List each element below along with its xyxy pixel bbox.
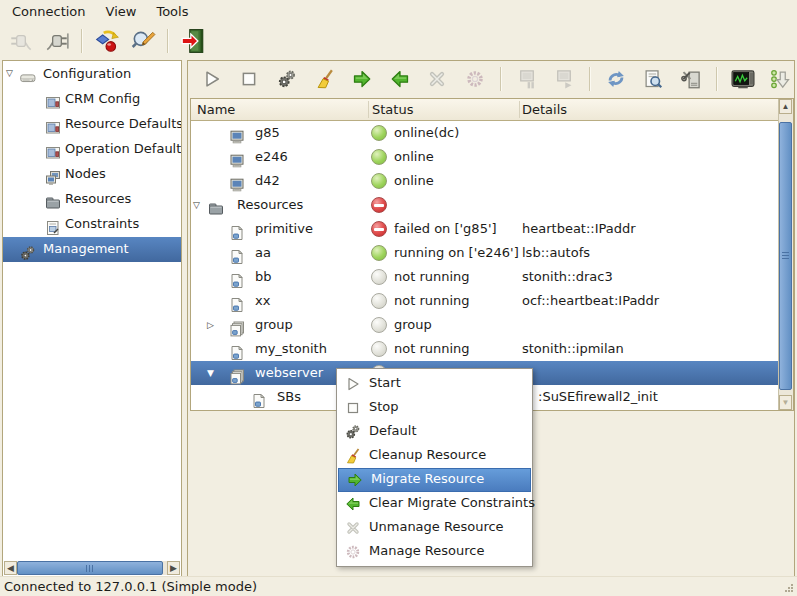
stop-button[interactable] [235,64,265,94]
mgmt-gears-icon [20,245,36,261]
default-button[interactable] [272,64,302,94]
row-name: Resources [237,197,303,212]
play-icon [345,376,361,392]
ring-icon [345,544,361,560]
column-header-details[interactable]: Details [522,102,567,117]
sidebar-item-label: Operation Defaults [65,141,181,156]
menu-item-migrate-resource[interactable]: Migrate Resource [338,468,531,492]
sidebar-hscrollbar[interactable]: ◀ ▶ [4,561,180,575]
status-red-icon [371,221,387,237]
resize-grip-icon[interactable] [783,582,795,594]
menubar-item-view[interactable]: View [96,2,147,21]
table-vscrollbar[interactable]: ▲ ▼ [778,99,793,410]
doc-icon [229,273,245,289]
doc-icon [251,393,267,409]
table-row-d42[interactable]: d42online [191,169,779,193]
column-header-name[interactable]: Name [197,102,235,117]
menu-item-label: Stop [369,399,399,414]
row-details: stonith::ipmilan [522,341,624,356]
app-toolbar [0,22,797,59]
preview-button[interactable] [639,64,669,94]
status-gray-icon [371,269,387,285]
table-row-g85[interactable]: g85online(dc) [191,121,779,145]
stop-icon [345,400,361,416]
manage-resource-button[interactable] [460,64,490,94]
table-row-aa[interactable]: aarunning on ['e246']lsb::autofs [191,241,779,265]
plug-icon [44,28,70,54]
scroll-follow-button[interactable] [765,64,795,94]
view-edit-button[interactable] [127,25,159,57]
refresh-button[interactable] [601,64,631,94]
refresh-icon [606,69,626,89]
sidebar-item-resource-defaults[interactable]: Resource Defaults [3,112,181,137]
disconnect-button[interactable] [5,25,37,57]
window-icon [45,120,61,136]
menu-item-unmanage-resource[interactable]: Unmanage Resource [337,516,532,540]
menu-item-clear-migrate-constraints[interactable]: Clear Migrate Constraints [337,492,532,516]
sidebar-item-management[interactable]: Management [3,237,181,262]
vscroll-down-button[interactable]: ▼ [779,395,792,410]
table-row-my-stonith[interactable]: my_stonithnot runningstonith::ipmilan [191,337,779,361]
hscroll-thumb[interactable] [17,561,163,575]
row-details: ocf::heartbeat:IPaddr [522,293,659,308]
table-header: NameStatusDetails [191,99,779,121]
vscroll-up-button[interactable]: ▲ [779,99,792,114]
start-button[interactable] [197,64,227,94]
toolbar-separator [81,29,83,53]
row-name: e246 [255,149,288,164]
clear-migrate-constraints-button[interactable] [385,64,415,94]
menu-item-label: Clear Migrate Constraints [369,495,535,510]
hscroll-left-button[interactable]: ◀ [4,561,17,575]
tree-expander-icon[interactable]: ▽ [6,68,13,78]
row-name: d42 [255,173,280,188]
table-row-bb[interactable]: bbnot runningstonith::drac3 [191,265,779,289]
tree-expander-icon[interactable]: ▷ [207,320,214,330]
resource-table: NameStatusDetails g85online(dc)e246onlin… [190,98,794,411]
menubar-item-tools[interactable]: Tools [146,2,198,21]
tree-expander-icon[interactable]: ▼ [207,368,214,378]
sidebar-item-nodes[interactable]: Nodes [3,162,181,187]
login-button[interactable] [91,25,123,57]
vscroll-thumb[interactable] [779,122,792,390]
active-node-button[interactable] [549,64,579,94]
sidebar-item-constraints[interactable]: Constraints [3,212,181,237]
row-status: online [394,149,434,164]
menu-item-cleanup-resource[interactable]: Cleanup Resource [337,444,532,468]
hscroll-right-button[interactable]: ▶ [167,561,180,575]
table-row-resources[interactable]: ▽Resources [191,193,779,217]
menu-item-stop[interactable]: Stop [337,396,532,420]
table-row-xx[interactable]: xxnot runningocf::heartbeat:IPaddr [191,289,779,313]
menubar-item-connection[interactable]: Connection [2,2,96,21]
row-status: failed on ['g85'] [394,221,497,236]
menubar: ConnectionViewTools [0,0,797,22]
row-details: stonith::drac3 [522,269,613,284]
computer-icon [229,129,245,145]
monitor-button[interactable] [728,64,758,94]
sidebar-item-resources[interactable]: Resources [3,187,181,212]
host-tools-button[interactable] [676,64,706,94]
menu-item-label: Migrate Resource [371,471,484,486]
tree-expander-icon[interactable]: ▽ [193,200,200,210]
column-separator [519,101,520,118]
table-row-group[interactable]: ▷groupgroup [191,313,779,337]
sidebar-item-operation-defaults[interactable]: Operation Defaults [3,137,181,162]
menu-item-start[interactable]: Start [337,372,532,396]
context-menu: StartStopDefaultCleanup ResourceMigrate … [336,368,533,567]
row-status: not running [394,341,470,356]
status-gray-icon [371,293,387,309]
sidebar-item-label: Configuration [43,66,131,81]
unmanage-resource-button[interactable] [423,64,453,94]
migrate-resource-button[interactable] [347,64,377,94]
sidebar-item-crm-config[interactable]: CRM Config [3,87,181,112]
connect-button[interactable] [41,25,73,57]
cleanup-resource-button[interactable] [310,64,340,94]
menu-item-manage-resource[interactable]: Manage Resource [337,540,532,564]
sidebar-item-configuration[interactable]: ▽Configuration [3,62,181,87]
sidebar-item-label: Nodes [65,166,106,181]
table-row-primitive[interactable]: primitivefailed on ['g85']heartbeat::IPa… [191,217,779,241]
column-header-status[interactable]: Status [372,102,413,117]
table-row-e246[interactable]: e246online [191,145,779,169]
exit-button[interactable] [177,25,209,57]
standby-node-button[interactable] [512,64,542,94]
menu-item-default[interactable]: Default [337,420,532,444]
